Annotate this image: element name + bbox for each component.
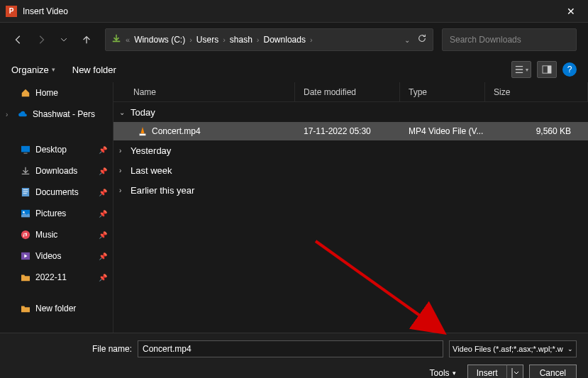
sidebar-item-desktop[interactable]: Desktop 📌 bbox=[0, 139, 113, 160]
view-mode-button[interactable]: ▾ bbox=[511, 61, 531, 78]
arrow-left-icon bbox=[13, 35, 23, 45]
home-icon bbox=[20, 87, 31, 99]
titlebar: P Insert Video ✕ bbox=[0, 0, 588, 23]
new-folder-button[interactable]: New folder bbox=[72, 65, 116, 75]
sidebar-item-pictures[interactable]: Pictures 📌 bbox=[0, 203, 113, 224]
sidebar-item-label: Documents bbox=[35, 187, 79, 197]
forward-button[interactable] bbox=[34, 33, 48, 47]
breadcrumb-prefix: « bbox=[126, 35, 130, 44]
sidebar-item-label: Shashwat - Pers bbox=[33, 109, 95, 119]
search-input[interactable]: Search Downloads bbox=[442, 28, 577, 51]
organize-button[interactable]: Organize ▾ bbox=[11, 65, 55, 75]
help-button[interactable]: ? bbox=[562, 62, 577, 77]
up-button[interactable] bbox=[79, 33, 94, 47]
recent-dropdown[interactable] bbox=[57, 33, 71, 47]
address-bar[interactable]: « Windows (C:) › Users › shash › Downloa… bbox=[105, 28, 433, 51]
list-icon bbox=[514, 65, 524, 74]
folder-icon bbox=[20, 303, 31, 314]
pin-icon: 📌 bbox=[99, 189, 107, 196]
toolbar: Organize ▾ New folder ▾ ? bbox=[0, 57, 588, 82]
sidebar: Home › Shashwat - Pers Desktop 📌 Downloa… bbox=[0, 82, 113, 333]
file-type: MP4 Video File (V... bbox=[400, 126, 485, 136]
chevron-right-icon: › bbox=[119, 187, 128, 194]
svg-rect-4 bbox=[22, 188, 29, 196]
chevron-down-icon bbox=[60, 36, 67, 43]
refresh-icon bbox=[417, 33, 427, 43]
group-label: Yesterday bbox=[131, 145, 171, 156]
documents-icon bbox=[20, 187, 31, 198]
pictures-icon bbox=[20, 208, 31, 219]
pin-icon: 📌 bbox=[99, 274, 107, 282]
breadcrumb-separator: › bbox=[223, 35, 226, 44]
sidebar-item-music[interactable]: Music 📌 bbox=[0, 224, 113, 245]
group-today[interactable]: ⌄ Today bbox=[113, 102, 588, 122]
file-date: 17-11-2022 05:30 bbox=[295, 126, 400, 136]
group-lastweek[interactable]: › Last week bbox=[113, 160, 588, 180]
downloads-icon bbox=[20, 165, 31, 177]
sidebar-item-newfolder[interactable]: New folder bbox=[0, 298, 113, 319]
split-dropdown-icon bbox=[511, 368, 518, 378]
cloud-icon bbox=[17, 109, 28, 120]
column-type[interactable]: Type bbox=[400, 82, 485, 101]
filename-input[interactable] bbox=[138, 340, 443, 357]
pin-icon: 📌 bbox=[99, 252, 107, 260]
cancel-button[interactable]: Cancel bbox=[529, 365, 577, 378]
file-size: 9,560 KB bbox=[485, 126, 588, 136]
sidebar-item-label: Downloads bbox=[35, 166, 77, 176]
pin-icon: 📌 bbox=[99, 210, 107, 218]
sidebar-item-onedrive[interactable]: › Shashwat - Pers bbox=[0, 104, 113, 125]
chevron-right-icon: › bbox=[119, 147, 128, 155]
arrow-right-icon bbox=[36, 35, 46, 45]
app-icon: P bbox=[6, 6, 17, 17]
svg-rect-10 bbox=[511, 368, 513, 378]
breadcrumb-item[interactable]: Users bbox=[196, 35, 218, 45]
address-dropdown[interactable]: ⌄ bbox=[404, 36, 410, 44]
file-pane: Name Date modified Type Size ⌄ Today Con… bbox=[113, 82, 588, 333]
sidebar-item-videos[interactable]: Videos 📌 bbox=[0, 245, 113, 267]
breadcrumb-item[interactable]: shash bbox=[230, 35, 253, 45]
svg-rect-9 bbox=[140, 134, 146, 136]
sidebar-item-label: Videos bbox=[35, 251, 61, 261]
back-button[interactable] bbox=[11, 33, 26, 47]
sidebar-item-label: 2022-11 bbox=[35, 272, 67, 282]
downloads-icon bbox=[111, 33, 121, 46]
group-yesterday[interactable]: › Yesterday bbox=[113, 140, 588, 160]
breadcrumb-item[interactable]: Windows (C:) bbox=[134, 35, 185, 45]
window-title: Insert Video bbox=[23, 6, 560, 16]
file-filter-dropdown[interactable]: Video Files (*.asf;*.asx;*.wpl;*.w ⌄ bbox=[449, 340, 577, 357]
breadcrumb-item[interactable]: Downloads bbox=[264, 35, 306, 45]
dialog-footer: File name: Video Files (*.asf;*.asx;*.wp… bbox=[0, 333, 588, 378]
column-date[interactable]: Date modified bbox=[295, 82, 400, 101]
sidebar-item-home[interactable]: Home bbox=[0, 82, 113, 104]
file-name: Concert.mp4 bbox=[152, 126, 201, 136]
pin-icon: 📌 bbox=[99, 231, 107, 239]
svg-rect-3 bbox=[23, 152, 27, 154]
chevron-down-icon: ⌄ bbox=[567, 345, 573, 352]
preview-pane-button[interactable] bbox=[537, 61, 557, 78]
file-row[interactable]: Concert.mp4 17-11-2022 05:30 MP4 Video F… bbox=[113, 122, 588, 140]
pin-icon: 📌 bbox=[99, 167, 107, 175]
refresh-button[interactable] bbox=[417, 33, 427, 46]
column-size[interactable]: Size bbox=[485, 82, 588, 101]
preview-icon bbox=[542, 65, 552, 74]
arrow-up-icon bbox=[82, 35, 91, 45]
pin-icon: 📌 bbox=[99, 146, 107, 154]
chevron-right-icon: › bbox=[119, 167, 128, 174]
insert-button[interactable]: Insert bbox=[467, 365, 506, 378]
tools-button[interactable]: Tools ▾ bbox=[430, 368, 456, 378]
insert-dropdown[interactable] bbox=[506, 365, 523, 378]
group-label: Last week bbox=[131, 165, 172, 176]
navbar: « Windows (C:) › Users › shash › Downloa… bbox=[0, 23, 588, 57]
column-name[interactable]: Name bbox=[113, 82, 295, 101]
search-placeholder: Search Downloads bbox=[450, 35, 521, 45]
sidebar-item-documents[interactable]: Documents 📌 bbox=[0, 182, 113, 203]
sidebar-item-downloads[interactable]: Downloads 📌 bbox=[0, 160, 113, 182]
sidebar-item-label: Desktop bbox=[35, 145, 67, 155]
close-button[interactable]: ✕ bbox=[560, 6, 582, 17]
group-label: Today bbox=[131, 107, 155, 118]
desktop-icon bbox=[20, 144, 31, 155]
sidebar-item-label: Pictures bbox=[35, 209, 66, 218]
group-earlier[interactable]: › Earlier this year bbox=[113, 180, 588, 200]
sidebar-item-folder[interactable]: 2022-11 📌 bbox=[0, 267, 113, 288]
sidebar-item-label: New folder bbox=[35, 304, 76, 313]
